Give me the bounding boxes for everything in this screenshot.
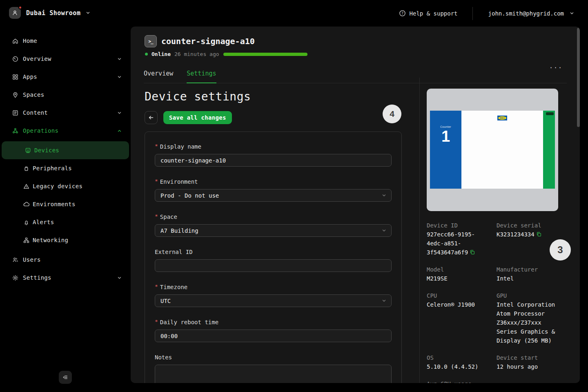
screen-capture: Counter 1 IKEA: [430, 111, 555, 189]
workspace-avatar[interactable]: [9, 7, 21, 19]
field-timezone: *Timezone UTC: [155, 284, 392, 307]
scrollbar-thumb[interactable]: [577, 28, 580, 127]
cloud-icon: [23, 201, 30, 208]
field-daily-reboot-time: *Daily reboot time: [155, 319, 392, 342]
workspace-switcher[interactable]: Dubai Showroom: [9, 7, 91, 19]
device-info-pane: Counter 1 IKEA: [420, 78, 580, 383]
device-name: counter-signage-a10: [161, 36, 255, 46]
external-id-input[interactable]: [155, 259, 392, 272]
topbar-right: ? Help & support john.smith@phygrid.com: [399, 0, 575, 27]
sidebar-item-alerts[interactable]: Alerts: [0, 213, 131, 231]
sidebar-item-devices[interactable]: Devices: [2, 141, 129, 159]
map-pin-icon: [12, 91, 19, 98]
help-label: Help & support: [410, 10, 458, 17]
save-all-changes-button[interactable]: Save all changes: [163, 111, 232, 124]
field-external-id: External ID: [155, 249, 392, 272]
sidebar-item-peripherals[interactable]: Peripherals: [0, 159, 131, 177]
apps-grid-icon: [12, 74, 19, 80]
sidebar-item-environments[interactable]: Environments: [0, 195, 131, 213]
detail-gpu: GPU Intel Corporation Atom Processor Z36…: [497, 291, 564, 345]
chevron-down-icon: [381, 193, 387, 198]
help-support-button[interactable]: ? Help & support: [399, 10, 458, 17]
settings-form-pane: Device settings Save all changes *Displa…: [131, 78, 420, 383]
required-marker: *: [155, 318, 158, 325]
network-nodes-icon: [12, 127, 19, 134]
gauge-icon: [12, 56, 19, 62]
chevron-down-icon: [117, 56, 122, 62]
person-icon: [12, 10, 18, 16]
chevron-down-icon: [117, 74, 122, 80]
field-notes: Notes: [155, 354, 392, 383]
terminal-icon: >_: [145, 35, 157, 47]
sidebar-item-apps[interactable]: Apps: [0, 68, 131, 86]
back-button[interactable]: [145, 111, 158, 124]
sidebar-item-users[interactable]: Users: [0, 251, 131, 269]
usb-plug-icon: [23, 165, 30, 172]
timezone-select[interactable]: UTC: [155, 294, 392, 307]
detail-device-start: Device start 12 hours ago: [497, 353, 564, 371]
sidebar-panel: [543, 111, 555, 189]
page-title: Device settings: [145, 90, 402, 103]
required-marker: *: [155, 213, 158, 219]
field-label: Display name: [160, 143, 201, 150]
chevron-down-icon: [117, 275, 122, 281]
user-email: john.smith@phygrid.com: [488, 10, 564, 17]
field-environment: *Environment Prod - Do not use: [155, 178, 392, 202]
user-menu[interactable]: john.smith@phygrid.com: [488, 10, 575, 17]
ikea-logo-text: IKEA: [498, 116, 506, 120]
home-icon: [12, 38, 19, 45]
collapse-sidebar-button[interactable]: [59, 371, 72, 384]
gear-icon: [12, 274, 19, 281]
device-detail-panel: >_ counter-signage-a10 Online 26 minutes…: [131, 27, 580, 383]
sidebar-item-home[interactable]: Home: [0, 32, 131, 50]
sidebar-item-networking[interactable]: Networking: [0, 231, 131, 249]
counter-panel: Counter 1: [430, 111, 461, 189]
required-marker: *: [155, 143, 158, 149]
more-menu-button[interactable]: ···: [549, 64, 563, 71]
top-bar: Dubai Showroom ? Help & support john.smi…: [0, 0, 588, 27]
help-icon: ?: [399, 10, 406, 17]
chevron-down-icon: [117, 110, 122, 116]
chevron-down-icon: [381, 298, 387, 303]
users-icon: [12, 256, 19, 263]
arrow-left-icon: [148, 114, 154, 121]
annotation-mark-4: 4: [383, 105, 401, 123]
copy-icon[interactable]: [536, 232, 541, 237]
svg-text:?: ?: [401, 11, 403, 16]
sidebar-item-operations[interactable]: Operations: [0, 122, 131, 140]
sidebar-item-overview[interactable]: Overview: [0, 50, 131, 68]
content-panel: IKEA: [461, 111, 543, 189]
display-name-input[interactable]: [155, 154, 392, 167]
sidebar-item-settings[interactable]: Settings: [0, 269, 131, 287]
device-screenshot-preview: Counter 1 IKEA: [427, 89, 558, 211]
copy-icon[interactable]: [470, 249, 475, 255]
bell-icon: [23, 219, 30, 226]
counter-value: 1: [430, 128, 461, 145]
notes-textarea[interactable]: [155, 365, 392, 383]
chevron-down-icon: [569, 11, 575, 16]
environment-select[interactable]: Prod - Do not use: [155, 189, 392, 202]
sidebar-item-content[interactable]: Content: [0, 104, 131, 122]
counter-label: Counter: [430, 125, 461, 128]
field-display-name: *Display name: [155, 143, 392, 167]
notification-dot: [18, 6, 22, 9]
space-select[interactable]: A7 Building: [155, 224, 392, 237]
daily-reboot-time-input[interactable]: [155, 330, 392, 342]
sidebar-item-legacy-devices[interactable]: Legacy devices: [0, 177, 131, 195]
uptime-bar: [223, 53, 307, 56]
actions-row: Save all changes: [145, 111, 402, 124]
required-marker: *: [155, 178, 158, 184]
annotation-mark-3: 3: [550, 239, 571, 261]
field-label: Daily reboot time: [160, 319, 218, 325]
online-status-dot: [145, 53, 148, 56]
field-label: Timezone: [160, 284, 187, 290]
device-settings-form: *Display name *Environment Prod - Do not…: [145, 131, 402, 383]
topbar-divider: [472, 7, 473, 20]
settings-content: Device settings Save all changes *Displa…: [131, 78, 580, 383]
sidebar: Home Overview Apps Spaces Content Operat…: [0, 27, 131, 392]
sidebar-item-spaces[interactable]: Spaces: [0, 86, 131, 104]
app-root: Dubai Showroom ? Help & support john.smi…: [0, 0, 588, 392]
device-header: >_ counter-signage-a10: [145, 35, 255, 47]
field-label: Environment: [160, 178, 198, 185]
warning-triangle-icon: [23, 183, 30, 190]
